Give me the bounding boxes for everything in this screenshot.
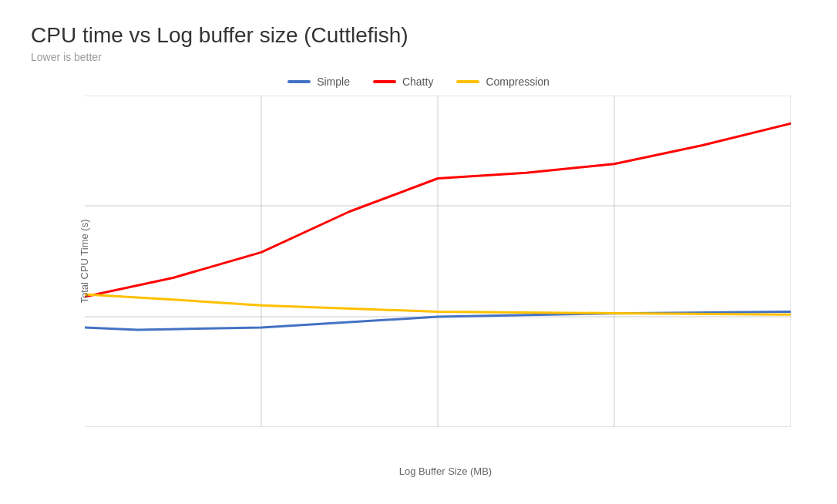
legend-label-simple: Simple: [317, 76, 350, 88]
legend-line-chatty: [373, 80, 396, 83]
legend-item-compression: Compression: [456, 76, 549, 88]
legend-label-chatty: Chatty: [402, 76, 433, 88]
legend-line-compression: [456, 80, 479, 83]
chart-legend: Simple Chatty Compression: [31, 76, 806, 88]
x-axis-label: Log Buffer Size (MB): [85, 465, 806, 477]
chart-svg: 0 10 20 30 1 2 3 4: [85, 96, 791, 427]
chart-title: CPU time vs Log buffer size (Cuttlefish): [31, 23, 806, 48]
legend-label-compression: Compression: [486, 76, 549, 88]
legend-item-simple: Simple: [287, 76, 350, 88]
chart-area: Total CPU Time (s) 0 10 20 30 1 2 3 4: [85, 96, 791, 427]
chart-container: CPU time vs Log buffer size (Cuttlefish)…: [0, 0, 837, 504]
legend-item-chatty: Chatty: [373, 76, 433, 88]
legend-line-simple: [287, 80, 311, 83]
y-axis-label: Total CPU Time (s): [79, 219, 90, 303]
chart-subtitle: Lower is better: [31, 51, 806, 63]
